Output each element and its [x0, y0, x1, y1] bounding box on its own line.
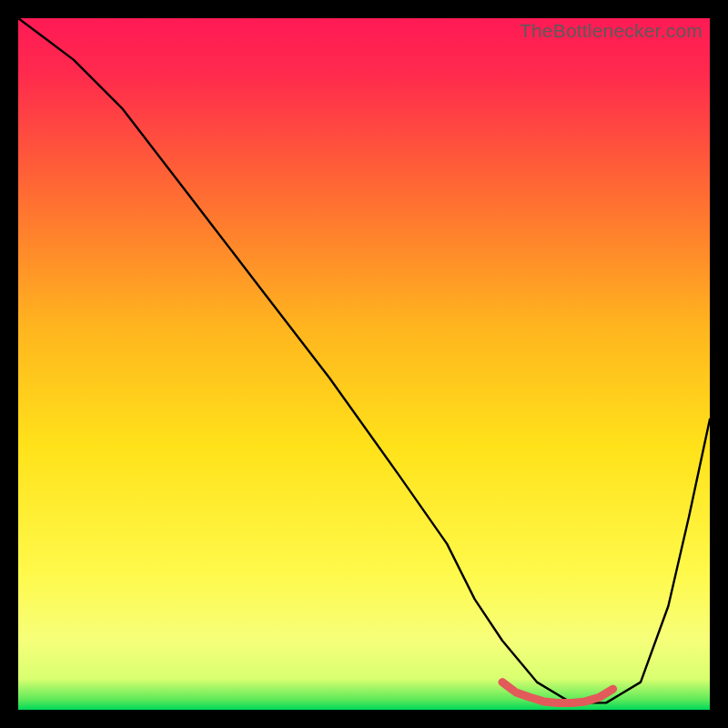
gradient-background: [18, 18, 710, 710]
chart-svg: [18, 18, 710, 710]
watermark-text: TheBottlenecker.com: [520, 20, 703, 42]
chart-frame: TheBottlenecker.com: [18, 18, 710, 710]
